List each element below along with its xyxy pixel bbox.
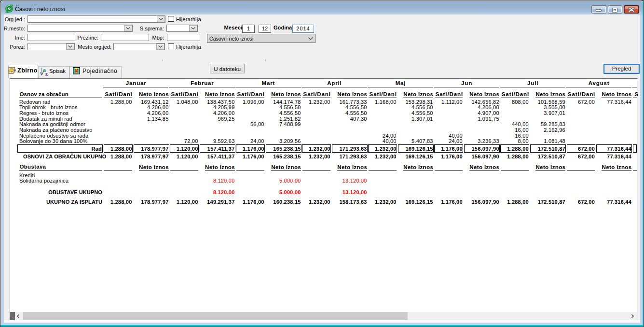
svg-text:z: z: [45, 71, 48, 76]
